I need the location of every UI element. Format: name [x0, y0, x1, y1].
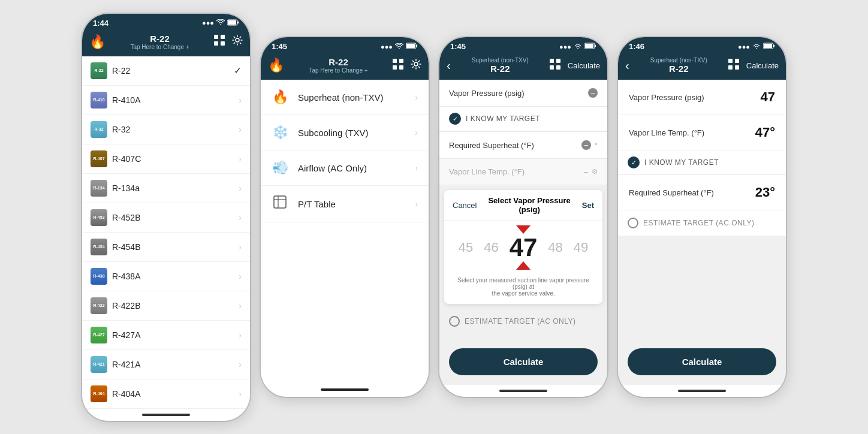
- list-item[interactable]: R-410 R-410A ›: [82, 86, 250, 115]
- screen3-body: Vapor Pressure (psig) – ✓ I KNOW MY TARG…: [439, 80, 607, 385]
- calc-spacer: [618, 236, 786, 339]
- chevron-right-icon: ›: [239, 242, 242, 252]
- list-item[interactable]: R-407 R-407C ›: [82, 144, 250, 174]
- estimate-target-row[interactable]: ESTIMATE TARGET (AC ONLY): [439, 309, 607, 334]
- subcooling-icon: ❄️: [272, 125, 288, 140]
- vapor-pressure-result-label: Vapor Pressure (psig): [629, 93, 704, 102]
- list-item[interactable]: R-438 R-438A ›: [82, 262, 250, 291]
- screen3-header: ‹ Superheat (non-TXV) R-22 Calculate: [439, 53, 607, 80]
- screen4-estimate-row[interactable]: ESTIMATE TARGET (AC ONLY): [618, 210, 786, 236]
- screen2-fire-icon[interactable]: 🔥: [268, 58, 284, 73]
- menu-item-subcooling[interactable]: ❄️ Subcooling (TXV) ›: [261, 115, 429, 150]
- home-bar: [321, 388, 369, 391]
- battery-icon: [406, 43, 418, 50]
- refrigerant-name: R-452B: [112, 213, 239, 222]
- list-item[interactable]: R-422 R-422B ›: [82, 291, 250, 321]
- picker-num: 48: [548, 240, 562, 255]
- screen1-grid-button[interactable]: [214, 35, 225, 49]
- screen3-back-button[interactable]: ‹: [447, 59, 451, 73]
- screen4-know-target-row[interactable]: ✓ I KNOW MY TARGET: [618, 150, 786, 175]
- signal-icon: ●●●: [381, 43, 393, 50]
- screen1-gear-button[interactable]: [232, 35, 243, 49]
- svg-rect-21: [595, 45, 596, 47]
- vapor-pressure-value: –: [588, 88, 598, 98]
- refrigerant-name: R-407C: [112, 154, 239, 164]
- svg-rect-2: [237, 21, 239, 23]
- list-item[interactable]: R-427 R-427A ›: [82, 321, 250, 350]
- chevron-right-icon: ›: [415, 92, 418, 102]
- list-item[interactable]: R-404 R-404A ›: [82, 379, 250, 409]
- list-item[interactable]: R-452 R-452B ›: [82, 203, 250, 233]
- radio-circle-icon: [449, 316, 460, 327]
- screen4-grid-button[interactable]: [728, 59, 739, 73]
- screen3-calculate-header-button[interactable]: Calculate: [568, 61, 600, 70]
- svg-rect-28: [773, 45, 774, 47]
- screen2-header-subtitle[interactable]: Tap Here to Change +: [284, 67, 393, 74]
- know-target-label: I KNOW MY TARGET: [466, 114, 540, 123]
- screen2-status-bar: 1:45 ●●●: [261, 37, 429, 53]
- estimate-target-label: ESTIMATE TARGET (AC ONLY): [643, 219, 754, 227]
- picker-cancel-button[interactable]: Cancel: [453, 201, 477, 210]
- cylinder-icon: R-438: [91, 268, 107, 285]
- vapor-line-temp-result-label: Vapor Line Temp. (°F): [629, 128, 704, 137]
- list-item[interactable]: R-22 R-22 ✓: [82, 56, 250, 86]
- vapor-line-temp-result-row: Vapor Line Temp. (°F) 47°: [618, 115, 786, 150]
- know-target-row[interactable]: ✓ I KNOW MY TARGET: [439, 107, 607, 131]
- screen1-header-subtitle[interactable]: Tap Here to Change +: [106, 44, 214, 50]
- battery-icon: [584, 43, 596, 50]
- chevron-right-icon: ›: [415, 199, 418, 209]
- refrigerant-name: R-422B: [112, 301, 239, 311]
- list-item[interactable]: R-421 R-421A ›: [82, 350, 250, 379]
- screen4-calculate-header-button[interactable]: Calculate: [746, 61, 779, 70]
- screen4-back-button[interactable]: ‹: [625, 59, 629, 73]
- chevron-right-icon: ›: [415, 128, 418, 137]
- screen1-header: 🔥 R-22 Tap Here to Change +: [82, 30, 250, 56]
- vapor-line-temp-row[interactable]: Vapor Line Temp. (°F) – ⚙: [439, 159, 607, 185]
- know-target-label: I KNOW MY TARGET: [644, 158, 719, 167]
- home-indicator: [439, 385, 607, 397]
- svg-rect-31: [728, 65, 733, 70]
- list-item[interactable]: R-32 R-32 ›: [82, 115, 250, 144]
- menu-item-label: Airflow (AC Only): [298, 163, 415, 173]
- screen4-time: 1:46: [629, 42, 644, 51]
- picker-drum[interactable]: 45 46 47 48 49: [444, 221, 602, 275]
- picker-numbers: 45 46 47 48 49: [459, 233, 589, 262]
- svg-rect-3: [214, 35, 218, 39]
- screen2-status-icons: ●●●: [381, 43, 418, 50]
- vapor-pressure-row[interactable]: Vapor Pressure (psig) –: [439, 80, 607, 107]
- screen1-fire-icon[interactable]: 🔥: [89, 34, 106, 50]
- menu-list: 🔥 Superheat (non-TXV) › ❄️ Subcooling (T…: [261, 80, 429, 306]
- menu-item-superheat[interactable]: 🔥 Superheat (non-TXV) ›: [261, 80, 429, 115]
- screen3-time: 1:45: [450, 42, 466, 51]
- screen1-time: 1:44: [93, 19, 108, 28]
- home-bar: [678, 390, 726, 392]
- menu-item-airflow[interactable]: 💨 Airflow (AC Only) ›: [261, 150, 429, 186]
- list-item[interactable]: R-134 R-134a ›: [82, 174, 250, 203]
- svg-rect-22: [550, 59, 554, 63]
- chevron-right-icon: ›: [415, 163, 418, 173]
- svg-rect-9: [406, 44, 415, 48]
- screen3-grid-button[interactable]: [550, 59, 560, 73]
- picker-arrow-down-icon: [516, 261, 531, 270]
- screen4-calculate-button[interactable]: Calculate: [628, 348, 776, 375]
- calculate-button[interactable]: Calculate: [449, 348, 598, 375]
- screen1-status-bar: 1:44 ●●●: [82, 14, 250, 30]
- minus-circle-icon: –: [588, 88, 598, 98]
- wifi-icon: [574, 43, 582, 50]
- refrigerant-name: R-421A: [112, 360, 239, 369]
- refrigerant-name: R-438A: [112, 272, 239, 281]
- screen2-grid-button[interactable]: [393, 59, 403, 73]
- screen2-gear-button[interactable]: [411, 59, 421, 73]
- svg-rect-10: [416, 45, 417, 47]
- required-superheat-row[interactable]: Required Superheat (°F) – °: [439, 131, 607, 159]
- picker-hint: Select your measured suction line vapor …: [444, 275, 602, 304]
- list-item[interactable]: R-454 R-454B ›: [82, 233, 250, 262]
- signal-icon: ●●●: [202, 19, 214, 26]
- picker-set-button[interactable]: Set: [582, 201, 594, 210]
- menu-item-pt-table[interactable]: P/T Table ›: [261, 186, 429, 222]
- screen2-header-title: R-22: [284, 57, 393, 67]
- refrigerant-name: R-134a: [112, 183, 239, 193]
- screen2-header: 🔥 R-22 Tap Here to Change +: [261, 53, 429, 80]
- home-indicator: [618, 385, 786, 397]
- menu-item-label: Superheat (non-TXV): [298, 92, 415, 103]
